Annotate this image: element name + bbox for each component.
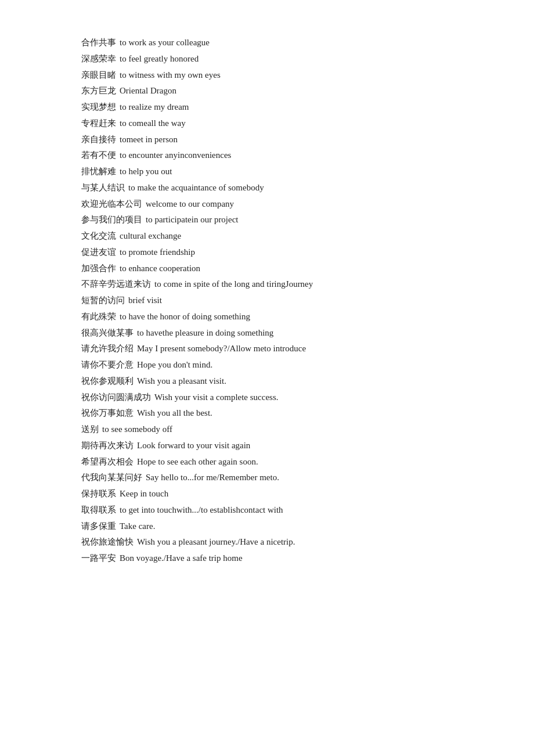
list-item: 合作共事to work as your colleague	[81, 35, 453, 51]
list-item: 东方巨龙Oriental Dragon	[81, 83, 453, 99]
list-item: 亲眼目睹to witness with my own eyes	[81, 67, 453, 84]
list-item: 加强合作to enhance cooperation	[81, 261, 453, 277]
list-item: 请你不要介意Hope you don't mind.	[81, 357, 453, 373]
chinese-text: 期待再次来访	[81, 438, 134, 454]
list-item: 促进友谊to promote friendship	[81, 244, 453, 261]
list-item: 实现梦想to realize my dream	[81, 99, 453, 116]
list-item: 短暂的访问brief visit	[81, 293, 453, 309]
chinese-text: 有此殊荣	[81, 309, 116, 325]
list-item: 祝你旅途愉快Wish you a pleasant journey./Have …	[81, 534, 453, 550]
chinese-text: 与某人结识	[81, 180, 125, 196]
chinese-text: 东方巨龙	[81, 83, 116, 99]
list-item: 祝你参观顺利Wish you a pleasant visit.	[81, 373, 453, 390]
list-item: 参与我们的项目to participatein our project	[81, 212, 453, 228]
list-item: 亲自接待tomeet in person	[81, 132, 453, 148]
english-text: Look forward to your visit again	[137, 438, 250, 454]
chinese-text: 加强合作	[81, 261, 116, 277]
english-text: Wish you a pleasant journey./Have a nice…	[137, 534, 295, 550]
english-text: Bon voyage./Have a safe trip home	[120, 550, 243, 567]
english-text: to promote friendship	[120, 244, 195, 261]
english-text: to have the honor of doing something	[120, 309, 250, 325]
list-item: 保持联系Keep in touch	[81, 486, 453, 502]
list-item: 不辞辛劳远道来访to come in spite of the long and…	[81, 276, 453, 293]
chinese-text: 欢迎光临本公司	[81, 196, 142, 213]
chinese-text: 参与我们的项目	[81, 212, 142, 228]
list-item: 与某人结识to make the acquaintance of somebod…	[81, 180, 453, 196]
english-text: Wish your visit a complete success.	[154, 390, 279, 406]
english-text: to havethe pleasure in doing something	[137, 325, 273, 341]
chinese-text: 合作共事	[81, 35, 116, 51]
chinese-text: 短暂的访问	[81, 293, 125, 309]
chinese-text: 祝你旅途愉快	[81, 534, 134, 550]
list-item: 期待再次来访Look forward to your visit again	[81, 438, 453, 454]
english-text: cultural exchange	[120, 228, 181, 244]
english-text: Keep in touch	[120, 486, 168, 502]
english-text: Wish you all the best.	[137, 405, 212, 422]
chinese-text: 请多保重	[81, 519, 116, 535]
english-text: to see somebody off	[102, 422, 172, 438]
chinese-text: 排忧解难	[81, 164, 116, 180]
chinese-text: 希望再次相会	[81, 454, 134, 470]
list-item: 若有不便to encounter anyinconveniences	[81, 147, 453, 164]
list-item: 欢迎光临本公司welcome to our company	[81, 196, 453, 213]
list-item: 文化交流cultural exchange	[81, 228, 453, 244]
english-text: Oriental Dragon	[120, 83, 176, 99]
english-text: to work as your colleague	[120, 35, 210, 51]
list-item: 祝你万事如意Wish you all the best.	[81, 405, 453, 422]
chinese-text: 实现梦想	[81, 99, 116, 116]
chinese-text: 一路平安	[81, 550, 116, 567]
list-item: 一路平安Bon voyage./Have a safe trip home	[81, 550, 453, 567]
english-text: to encounter anyinconveniences	[120, 147, 231, 164]
list-item: 希望再次相会Hope to see each other again soon.	[81, 454, 453, 470]
chinese-text: 亲自接待	[81, 132, 116, 148]
english-text: to make the acquaintance of somebody	[128, 180, 264, 196]
chinese-text: 深感荣幸	[81, 51, 116, 67]
english-text: to feel greatly honored	[120, 51, 199, 67]
list-item: 专程赶来to comeall the way	[81, 116, 453, 132]
chinese-text: 代我向某某问好	[81, 470, 142, 486]
list-item: 代我向某某问好Say hello to...for me/Remember me…	[81, 470, 453, 486]
chinese-text: 亲眼目睹	[81, 67, 116, 84]
english-text: Hope you don't mind.	[137, 357, 212, 373]
english-text: to help you out	[120, 164, 172, 180]
english-text: Take care.	[120, 519, 155, 535]
list-item: 请多保重Take care.	[81, 519, 453, 535]
chinese-text: 若有不便	[81, 147, 116, 164]
chinese-text: 很高兴做某事	[81, 325, 134, 341]
chinese-text: 祝你访问圆满成功	[81, 390, 151, 406]
list-item: 取得联系to get into touchwith.../to establis…	[81, 502, 453, 519]
english-text: to enhance cooperation	[120, 261, 200, 277]
english-text: to comeall the way	[120, 116, 186, 132]
chinese-text: 不辞辛劳远道来访	[81, 276, 151, 293]
english-text: brief visit	[128, 293, 162, 309]
chinese-text: 专程赶来	[81, 116, 116, 132]
chinese-text: 祝你参观顺利	[81, 373, 134, 390]
english-text: Hope to see each other again soon.	[137, 454, 258, 470]
english-text: to participatein our project	[146, 212, 239, 228]
list-item: 请允许我介绍May I present somebody?/Allow meto…	[81, 341, 453, 357]
list-item: 排忧解难to help you out	[81, 164, 453, 180]
chinese-text: 文化交流	[81, 228, 116, 244]
english-text: May I present somebody?/Allow meto intro…	[137, 341, 306, 357]
phrase-list: 合作共事to work as your colleague深感荣幸to feel…	[81, 35, 453, 567]
english-text: to witness with my own eyes	[120, 67, 221, 84]
english-text: Wish you a pleasant visit.	[137, 373, 226, 390]
english-text: tomeet in person	[120, 132, 178, 148]
chinese-text: 保持联系	[81, 486, 116, 502]
english-text: to realize my dream	[120, 99, 189, 116]
chinese-text: 送别	[81, 422, 99, 438]
list-item: 送别to see somebody off	[81, 422, 453, 438]
chinese-text: 促进友谊	[81, 244, 116, 261]
english-text: to come in spite of the long and tiringJ…	[154, 276, 313, 293]
english-text: welcome to our company	[146, 196, 234, 213]
english-text: Say hello to...for me/Remember meto.	[146, 470, 279, 486]
chinese-text: 祝你万事如意	[81, 405, 134, 422]
list-item: 很高兴做某事to havethe pleasure in doing somet…	[81, 325, 453, 341]
chinese-text: 取得联系	[81, 502, 116, 519]
list-item: 祝你访问圆满成功Wish your visit a complete succe…	[81, 390, 453, 406]
list-item: 有此殊荣to have the honor of doing something	[81, 309, 453, 325]
chinese-text: 请允许我介绍	[81, 341, 134, 357]
english-text: to get into touchwith.../to establishcon…	[120, 502, 283, 519]
chinese-text: 请你不要介意	[81, 357, 134, 373]
list-item: 深感荣幸to feel greatly honored	[81, 51, 453, 67]
